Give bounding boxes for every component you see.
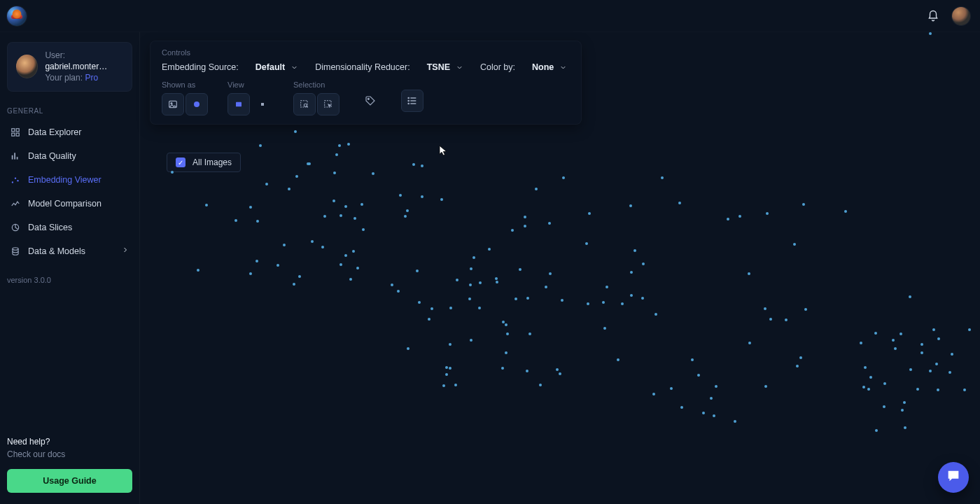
scatter-point[interactable]: [265, 183, 268, 186]
scatter-point[interactable]: [748, 342, 751, 344]
scatter-point[interactable]: [344, 205, 347, 208]
scatter-point[interactable]: [488, 248, 491, 251]
scatter-point[interactable]: [470, 267, 472, 270]
scatter-point[interactable]: [642, 262, 645, 265]
scatter-point[interactable]: [524, 216, 526, 218]
scatter-point[interactable]: [909, 295, 911, 298]
scatter-point[interactable]: [894, 347, 897, 350]
scatter-point[interactable]: [561, 299, 564, 302]
scatter-point[interactable]: [691, 358, 694, 361]
scatter-point[interactable]: [804, 308, 807, 311]
chat-button[interactable]: [938, 462, 969, 493]
help-sub[interactable]: Check our docs: [7, 449, 139, 459]
scatter-point[interactable]: [748, 272, 750, 275]
scatter-point[interactable]: [634, 249, 636, 252]
scatter-point[interactable]: [734, 420, 736, 423]
scatter-point[interactable]: [259, 144, 262, 147]
scatter-point[interactable]: [360, 203, 363, 206]
scatter-point[interactable]: [874, 332, 877, 335]
scatter-point[interactable]: [892, 339, 895, 342]
scatter-point[interactable]: [333, 172, 336, 174]
scatter-point[interactable]: [864, 366, 867, 369]
scatter-point[interactable]: [442, 384, 445, 387]
scatter-point[interactable]: [935, 363, 938, 365]
scatter-point[interactable]: [524, 225, 526, 227]
sidebar-item-model-comparison[interactable]: Model Comparison: [0, 192, 139, 216]
scatter-point[interactable]: [932, 328, 935, 331]
notifications-icon[interactable]: [927, 10, 939, 22]
usage-guide-button[interactable]: Usage Guide: [7, 469, 132, 493]
scatter-point[interactable]: [421, 195, 424, 198]
scatter-point[interactable]: [929, 370, 932, 372]
scatter-point[interactable]: [344, 254, 347, 257]
scatter-point[interactable]: [321, 246, 324, 248]
sidebar-item-data-quality[interactable]: Data Quality: [0, 144, 139, 168]
scatter-point[interactable]: [937, 388, 939, 391]
scatter-point[interactable]: [323, 215, 326, 218]
scatter-point[interactable]: [901, 409, 904, 412]
scatter-point[interactable]: [449, 343, 451, 346]
scatter-point[interactable]: [332, 200, 335, 202]
scatter-point[interactable]: [495, 277, 498, 280]
scatter-point[interactable]: [347, 143, 350, 146]
scatter-point[interactable]: [799, 356, 802, 359]
scatter-point[interactable]: [899, 332, 902, 335]
scatter-point[interactable]: [356, 267, 359, 270]
scatter-point[interactable]: [678, 202, 681, 204]
scatter-point[interactable]: [630, 294, 633, 297]
scatter-point[interactable]: [456, 279, 458, 281]
scatter-point[interactable]: [349, 278, 352, 281]
scatter-point[interactable]: [418, 301, 421, 304]
scatter-point[interactable]: [654, 313, 657, 316]
scatter-point[interactable]: [501, 367, 504, 370]
scatter-point[interactable]: [652, 393, 655, 396]
scatter-point[interactable]: [502, 321, 505, 323]
scatter-point[interactable]: [641, 297, 644, 300]
scatter-point[interactable]: [769, 318, 772, 321]
scatter-point[interactable]: [440, 198, 443, 201]
scatter-point[interactable]: [875, 429, 878, 432]
scatter-point[interactable]: [470, 339, 472, 342]
scatter-point[interactable]: [948, 371, 951, 374]
scatter-point[interactable]: [449, 307, 452, 309]
scatter-point[interactable]: [556, 368, 559, 371]
scatter-point[interactable]: [548, 222, 551, 225]
scatter-point[interactable]: [407, 347, 410, 350]
scatter-point[interactable]: [249, 272, 252, 275]
user-card[interactable]: User: gabriel.monter… Your plan: Pro: [7, 42, 132, 92]
scatter-point[interactable]: [539, 384, 542, 386]
scatter-point[interactable]: [920, 343, 923, 346]
scatter-point[interactable]: [352, 250, 355, 253]
scatter-point[interactable]: [862, 386, 865, 388]
scatter-point[interactable]: [727, 218, 729, 220]
scatter-point[interactable]: [255, 260, 258, 262]
scatter-point[interactable]: [171, 171, 174, 174]
scatter-point[interactable]: [468, 298, 471, 300]
scatter-point[interactable]: [234, 219, 237, 222]
scatter-point[interactable]: [587, 302, 589, 305]
scatter-point[interactable]: [606, 286, 608, 288]
scatter-point[interactable]: [469, 284, 472, 286]
scatter-point[interactable]: [399, 194, 402, 197]
scatter-point[interactable]: [904, 426, 906, 429]
scatter-point[interactable]: [478, 307, 481, 309]
scatter-point[interactable]: [428, 318, 430, 321]
scatter-point[interactable]: [617, 358, 620, 361]
scatter-point[interactable]: [920, 351, 923, 354]
scatter-point[interactable]: [293, 283, 295, 286]
scatter-point[interactable]: [738, 215, 741, 218]
scatter-point[interactable]: [421, 164, 424, 167]
scatter-point[interactable]: [276, 264, 279, 267]
scatter-point[interactable]: [283, 244, 286, 246]
scatter-point[interactable]: [205, 204, 208, 206]
scatter-point[interactable]: [909, 368, 912, 371]
scatter-point[interactable]: [715, 385, 718, 388]
scatter-point[interactable]: [545, 286, 547, 288]
scatter-point[interactable]: [519, 268, 522, 271]
scatter-point[interactable]: [588, 212, 591, 215]
scatter-point[interactable]: [903, 401, 906, 404]
app-logo-icon[interactable]: [7, 6, 27, 26]
scatter-point[interactable]: [496, 281, 498, 284]
scatter-point[interactable]: [416, 270, 419, 272]
scatter-point[interactable]: [506, 332, 509, 335]
